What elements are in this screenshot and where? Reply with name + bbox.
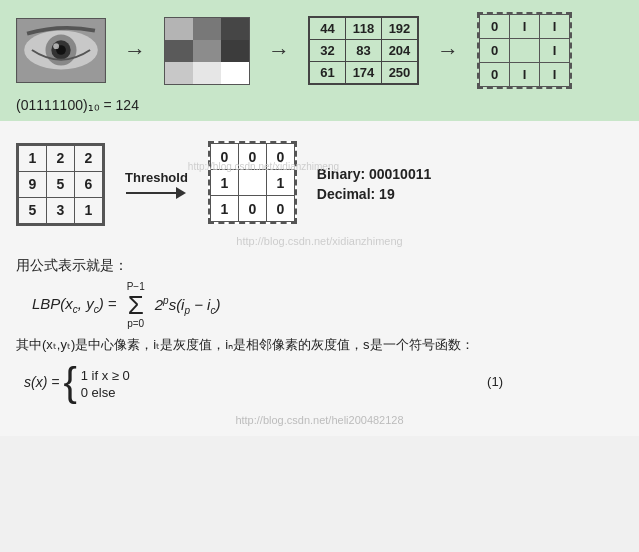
lbp-right: 2ps(ip − ic): [155, 295, 221, 316]
out-1-2: 1: [266, 170, 294, 196]
bottom-watermark: http://blog.csdn.net/heli200482128: [16, 414, 623, 426]
output-matrix: 0 0 0 1 1 1 0 0: [208, 141, 297, 224]
bin-2-2: I: [540, 63, 570, 87]
decimal-label: Decimal: 19: [317, 186, 431, 202]
lbp-left: LBP(xc, yc) =: [32, 295, 117, 315]
binary-result-grid: 0 I I 0 I 0 I I: [477, 12, 572, 89]
description: 其中(xₜ,yₜ)是中心像素，iₜ是灰度值，iₙ是相邻像素的灰度值，s是一个符号…: [16, 335, 623, 356]
out-0-2: 0: [266, 144, 294, 170]
in-1-0: 9: [19, 171, 47, 197]
val-1-0: 32: [310, 40, 346, 62]
out-2-0: 1: [210, 196, 238, 222]
val-0-2: 192: [382, 18, 418, 40]
value-grid: 44 118 192 32 83 204 61 174 250: [308, 16, 419, 85]
case-2: 0 else: [81, 385, 130, 400]
sx-label: s(x) =: [24, 374, 59, 390]
arrow-1: →: [124, 38, 146, 64]
formula-title: 用公式表示就是：: [16, 257, 623, 275]
threshold-block: Threshold: [125, 170, 188, 199]
piecewise-formula: s(x) = { 1 if x ≥ 0 0 else (1): [24, 362, 623, 402]
val-2-2: 250: [382, 62, 418, 84]
bin-1-2: I: [540, 39, 570, 63]
watermark-center: http://blog.csdn.net/xidianzhimeng: [16, 235, 623, 247]
in-0-2: 2: [75, 145, 103, 171]
out-1-1: [238, 170, 266, 196]
bin-0-1: I: [510, 15, 540, 39]
in-1-2: 6: [75, 171, 103, 197]
decimal-line: (01111100)₁₀ = 124: [16, 97, 623, 113]
top-section: → → 44 118 192 32 83: [0, 0, 639, 121]
pixel-grid: [164, 17, 250, 85]
out-2-1: 0: [238, 196, 266, 222]
svg-point-5: [53, 43, 59, 49]
val-0-1: 118: [346, 18, 382, 40]
piecewise-cases: 1 if x ≥ 0 0 else: [81, 368, 130, 400]
bin-2-0: 0: [480, 63, 510, 87]
out-2-2: 0: [266, 196, 294, 222]
in-0-0: 1: [19, 145, 47, 171]
sigma-sum: P−1 Σ p=0: [127, 281, 145, 329]
bin-0-2: I: [540, 15, 570, 39]
out-0-0: 0: [210, 144, 238, 170]
val-1-2: 204: [382, 40, 418, 62]
in-2-1: 3: [47, 197, 75, 223]
in-0-1: 2: [47, 145, 75, 171]
bin-2-1: I: [510, 63, 540, 87]
val-2-0: 61: [310, 62, 346, 84]
input-matrix: 1 2 2 9 5 6 5 3 1: [16, 143, 105, 226]
out-1-0: 1: [210, 170, 238, 196]
val-1-1: 83: [346, 40, 382, 62]
formula-section: 用公式表示就是： LBP(xc, yc) = P−1 Σ p=0 2ps(ip …: [16, 251, 623, 412]
bin-1-0: 0: [480, 39, 510, 63]
bin-1-1: [510, 39, 540, 63]
val-2-1: 174: [346, 62, 382, 84]
in-2-0: 5: [19, 197, 47, 223]
in-1-1: 5: [47, 171, 75, 197]
case-1: 1 if x ≥ 0: [81, 368, 130, 383]
arrow-2: →: [268, 38, 290, 64]
brace-icon: {: [63, 362, 76, 402]
threshold-row: 1 2 2 9 5 6 5 3 1 Threshold: [16, 141, 623, 227]
arrow-3: →: [437, 38, 459, 64]
bottom-section: 1 2 2 9 5 6 5 3 1 Threshold: [0, 121, 639, 436]
equation-number: (1): [487, 374, 503, 389]
in-2-2: 1: [75, 197, 103, 223]
lbp-formula: LBP(xc, yc) = P−1 Σ p=0 2ps(ip − ic): [32, 281, 623, 329]
val-0-0: 44: [310, 18, 346, 40]
out-0-1: 0: [238, 144, 266, 170]
bin-0-0: 0: [480, 15, 510, 39]
binary-decimal-result: Binary: 00010011 Decimal: 19: [317, 166, 431, 202]
binary-label: Binary: 00010011: [317, 166, 431, 182]
eye-image: [16, 18, 106, 83]
top-row: → → 44 118 192 32 83: [16, 12, 623, 89]
threshold-word: Threshold: [125, 170, 188, 185]
